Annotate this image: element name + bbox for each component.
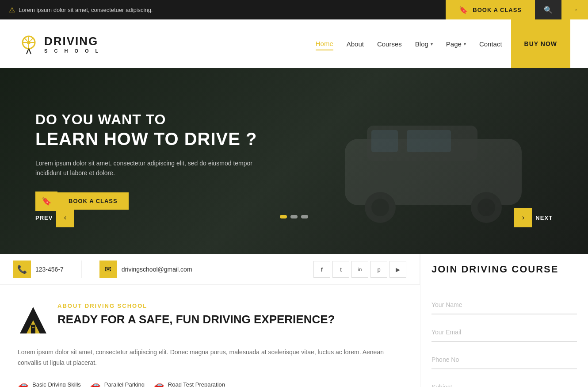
buy-now-button[interactable]: Buy Now [511,19,570,68]
chevron-down-icon: ▾ [431,42,433,46]
join-form-sidebar [420,285,588,387]
join-form-header: JOIN DRIVING COURSE [420,254,588,285]
logo-text: DRIVING S C H O O L [44,34,101,54]
about-header-row: ABOUT DRIVING SCHOOL READY FOR A SAFE, F… [18,303,402,341]
notice-text: Lorem ipsum dolor sit amet, consectetuer… [19,7,153,13]
svg-rect-22 [32,327,34,328]
warning-icon: ⚠ [9,6,15,14]
feature-label-3: Road Test Preparation [168,381,225,387]
contact-info: 📞 123-456-7 ✉ drivingschool@gmail.com [0,261,300,278]
email-input[interactable] [431,323,577,342]
svg-point-14 [371,199,389,216]
nav-page[interactable]: Page ▾ [446,38,466,50]
next-label: NEXT [535,215,553,221]
about-label: ABOUT DRIVING SCHOOL [57,303,335,309]
social-icons: f t in p ▶ [300,261,420,278]
phone-icon: 📞 [17,264,27,274]
search-button[interactable]: 🔍 [535,0,561,19]
phone-number: 123-456-7 [35,266,64,273]
subject-input-wrapper [431,378,577,387]
arrow-button[interactable]: → [561,0,588,19]
about-section: ABOUT DRIVING SCHOOL READY FOR A SAFE, F… [0,285,420,387]
hero-prev-button[interactable]: PREV ‹ [35,208,74,227]
divider [81,261,82,278]
svg-rect-17 [371,130,398,152]
join-form-title: JOIN DRIVING COURSE [431,264,558,275]
slider-dot-2[interactable] [290,215,298,218]
about-text-block: ABOUT DRIVING SCHOOL READY FOR A SAFE, F… [57,303,335,335]
road-icon-large [18,305,49,341]
feature-basic-driving: 🚗 Basic Driving Skills [18,379,81,387]
hero-car-area [323,95,544,227]
hero-description: Lorem ipsum dolor sit amet, consectetur … [35,158,274,178]
car-icon-1: 🚗 [18,379,29,387]
nav-courses[interactable]: Courses [377,38,402,50]
prev-arrow-icon: ‹ [56,208,74,227]
svg-line-6 [24,38,27,41]
email-contact: ✉ drivingschool@gmail.com [99,261,192,278]
bookmark-hero-icon: 🔖 [42,196,51,206]
svg-line-9 [29,49,31,54]
phone-contact: 📞 123-456-7 [13,261,64,278]
name-input-wrapper [431,296,577,317]
svg-line-8 [27,49,29,54]
phone-icon-wrapper: 📞 [13,261,31,278]
book-class-top-button[interactable]: 🔖 BOOK A CLASS [446,0,535,19]
hero-section: DO YOU WANT TO LEARN HOW TO DRIVE ? Lore… [0,68,588,254]
feature-label-1: Basic Driving Skills [32,381,81,387]
main-nav: Home About Courses Blog ▾ Page ▾ Contact [316,38,502,50]
prev-label: PREV [35,215,53,221]
subject-input[interactable] [431,378,577,387]
hero-content: DO YOU WANT TO LEARN HOW TO DRIVE ? Lore… [0,111,309,211]
contact-form-row: 📞 123-456-7 ✉ drivingschool@gmail.com f … [0,254,588,285]
car-icon-2: 🚗 [90,379,101,387]
svg-rect-18 [407,130,451,152]
phone-input[interactable] [431,351,577,369]
chevron-down-icon: ▾ [464,42,466,46]
svg-rect-21 [31,325,35,333]
feature-road-test: 🚗 Road Test Preparation [153,379,225,387]
logo-subtitle: S C H O O L [44,48,101,54]
about-title: READY FOR A SAFE, FUN DRIVING EXPERIENCE… [57,313,335,326]
phone-input-wrapper [431,351,577,372]
bookmark-icon: 🔖 [459,6,468,14]
name-input[interactable] [431,296,577,314]
svg-line-7 [31,38,33,41]
contact-bar: 📞 123-456-7 ✉ drivingschool@gmail.com f … [0,254,420,285]
hero-book-class-button[interactable]: BOOK A CLASS [57,192,129,210]
top-bar-notice: ⚠ Lorem ipsum dolor sit amet, consectetu… [0,6,446,14]
nav-contact[interactable]: Contact [479,38,502,50]
car-icon-3: 🚗 [153,379,164,387]
nav-home[interactable]: Home [316,38,333,50]
instagram-icon[interactable]: in [351,261,368,278]
svg-point-1 [27,41,31,44]
slider-dot-3[interactable] [301,215,308,218]
hero-title-line1: DO YOU WANT TO [35,111,274,128]
features-list: 🚗 Basic Driving Skills 🚗 Parallel Parkin… [18,379,402,387]
arrow-icon: → [571,6,578,14]
top-bar: ⚠ Lorem ipsum dolor sit amet, consectetu… [0,0,588,19]
slider-dots [280,215,308,218]
slider-dot-1[interactable] [280,215,287,218]
nav-blog[interactable]: Blog ▾ [415,38,433,50]
feature-parallel-parking: 🚗 Parallel Parking [90,379,145,387]
book-class-top-label: BOOK A CLASS [473,7,522,13]
pinterest-icon[interactable]: p [370,261,387,278]
facebook-icon[interactable]: f [313,261,330,278]
search-icon: 🔍 [544,6,553,14]
logo-title: DRIVING [44,34,101,48]
youtube-icon[interactable]: ▶ [389,261,406,278]
header: DRIVING S C H O O L Home About Courses B… [0,19,588,68]
logo-icon [18,33,40,55]
twitter-icon[interactable]: t [332,261,349,278]
nav-about[interactable]: About [347,38,364,50]
email-address: drivingschool@gmail.com [122,266,192,273]
about-description: Lorem ipsum dolor sit amet, consectetur … [18,347,402,368]
hero-next-button[interactable]: › NEXT [514,208,553,227]
main-content: ABOUT DRIVING SCHOOL READY FOR A SAFE, F… [0,285,588,387]
email-input-wrapper [431,323,577,344]
email-icon-wrapper: ✉ [99,261,117,278]
logo[interactable]: DRIVING S C H O O L [18,33,101,55]
hero-title-line2: LEARN HOW TO DRIVE ? [35,128,274,149]
next-arrow-icon: › [514,208,532,227]
